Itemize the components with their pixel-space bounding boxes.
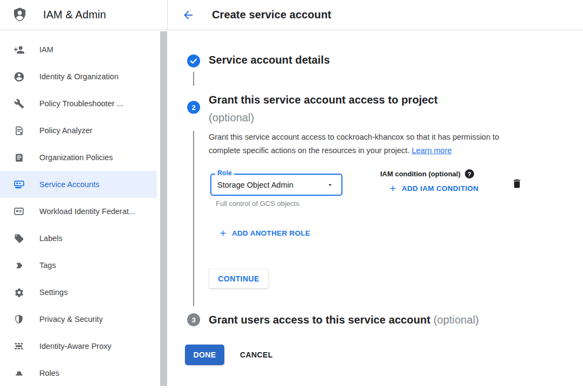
step2-number-badge: 2 — [187, 101, 200, 114]
main-content: Create service account Service account d… — [168, 0, 583, 392]
half-shield-icon — [13, 313, 25, 325]
sidebar-item-label: Roles — [39, 369, 59, 377]
sidebar-item-label: Privacy & Security — [39, 315, 103, 324]
role-select[interactable]: Role Storage Object Admin — [210, 174, 342, 196]
sidebar-item-policy-analyzer[interactable]: Policy Analyzer — [0, 117, 157, 144]
account-circle-icon — [13, 71, 25, 82]
sidebar-header: IAM & Admin — [0, 0, 168, 30]
chevron-down-icon — [326, 181, 334, 189]
role-selected-value: Storage Object Admin — [217, 181, 326, 189]
sidebar: IAM & Admin IAM Identity & Organization … — [0, 0, 168, 392]
iam-condition-label: IAM condition (optional) — [380, 170, 461, 178]
sidebar-item-identity-aware-proxy[interactable]: Identity-Aware Proxy — [0, 333, 157, 360]
step3-title: Grant users access to this service accou… — [209, 314, 430, 326]
shield-person-icon — [11, 6, 28, 23]
step3-number: 3 — [191, 316, 195, 324]
sidebar-scrollbar[interactable] — [160, 31, 167, 386]
gear-icon — [13, 286, 25, 298]
sidebar-item-organization-policies[interactable]: Organization Policies — [0, 144, 157, 171]
sidebar-item-label: Settings — [39, 288, 67, 297]
tag-arrow-icon — [13, 259, 25, 271]
sidebar-item-labels[interactable]: Labels — [0, 225, 157, 252]
role-helper-text: Full control of GCS objects. — [216, 200, 301, 208]
step3-number-badge: 3 — [187, 313, 200, 326]
step-connector — [193, 72, 194, 86]
add-iam-condition-button[interactable]: ADD IAM CONDITION — [388, 184, 478, 193]
check-circle-icon — [187, 54, 200, 70]
continue-button[interactable]: CONTINUE — [209, 269, 269, 288]
plus-icon — [218, 229, 228, 238]
sidebar-item-privacy-security[interactable]: Privacy & Security — [0, 306, 157, 333]
add-iam-condition-label: ADD IAM CONDITION — [402, 184, 478, 192]
done-label: DONE — [193, 350, 216, 359]
step2-description: Grant this service account access to coc… — [209, 130, 532, 157]
step3-optional: (optional) — [434, 314, 479, 326]
trash-icon[interactable] — [511, 178, 523, 189]
sidebar-item-policy-troubleshooter[interactable]: Policy Troubleshooter ... — [0, 90, 157, 117]
proxy-grid-icon — [13, 340, 25, 352]
sidebar-item-label: Workload Identity Federat... — [39, 207, 135, 216]
add-another-role-label: ADD ANOTHER ROLE — [232, 229, 310, 237]
cancel-button[interactable]: CANCEL — [232, 345, 280, 365]
continue-label: CONTINUE — [218, 274, 259, 283]
sidebar-menu: IAM Identity & Organization Policy Troub… — [0, 30, 168, 387]
wrench-icon — [13, 98, 25, 109]
role-field-wrapper: Role Storage Object Admin — [210, 174, 342, 196]
sidebar-item-roles[interactable]: Roles — [0, 360, 157, 387]
sidebar-item-iam[interactable]: IAM — [0, 36, 157, 63]
service-account-badge-icon — [13, 178, 25, 190]
sidebar-item-identity-organization[interactable]: Identity & Organization — [0, 63, 157, 90]
sidebar-item-label: IAM — [39, 45, 53, 54]
add-another-role-button[interactable]: ADD ANOTHER ROLE — [218, 229, 310, 238]
sidebar-item-tags[interactable]: Tags — [0, 252, 157, 279]
arrow-back-icon — [182, 9, 195, 22]
person-add-icon — [13, 44, 25, 56]
description-text: Grant this service account access to coc… — [209, 133, 499, 155]
plus-icon — [388, 184, 397, 193]
role-field-label: Role — [215, 169, 234, 177]
question-mark-icon[interactable]: ? — [465, 169, 474, 178]
hat-icon — [13, 367, 25, 379]
id-card-icon — [13, 205, 25, 217]
step2-title: Grant this service account access to pro… — [209, 94, 438, 106]
step2-heading: Grant this service account access to pro… — [209, 91, 522, 127]
sidebar-item-label: Labels — [39, 234, 63, 243]
sidebar-item-label: Identity & Organization — [39, 72, 119, 81]
learn-more-link[interactable]: Learn more — [411, 146, 451, 155]
step2-optional: (optional) — [209, 112, 254, 123]
document-gear-icon — [13, 125, 25, 136]
page-title: Create service account — [212, 9, 331, 21]
cancel-label: CANCEL — [240, 350, 273, 359]
sidebar-item-label: Identity-Aware Proxy — [39, 342, 112, 350]
app-title: IAM & Admin — [43, 9, 106, 21]
step-connector — [193, 131, 194, 306]
back-button[interactable] — [181, 8, 196, 23]
step1-title: Service account details — [209, 54, 330, 66]
sidebar-item-label: Policy Analyzer — [39, 126, 92, 135]
sidebar-item-settings[interactable]: Settings — [0, 279, 157, 306]
label-tag-icon — [13, 232, 25, 244]
main-header: Create service account — [168, 0, 583, 30]
step2-number: 2 — [191, 104, 195, 112]
step3-heading: Grant users access to this service accou… — [209, 314, 479, 326]
sidebar-item-service-accounts[interactable]: Service Accounts — [0, 171, 157, 198]
sidebar-item-workload-identity-federation[interactable]: Workload Identity Federat... — [0, 198, 157, 225]
sidebar-item-label: Service Accounts — [39, 180, 99, 189]
done-button[interactable]: DONE — [185, 345, 224, 365]
sidebar-item-label: Tags — [39, 261, 56, 270]
sidebar-item-label: Organization Policies — [39, 153, 113, 162]
iam-condition-label-row: IAM condition (optional) ? — [380, 169, 474, 178]
document-lines-icon — [13, 152, 25, 163]
sidebar-item-label: Policy Troubleshooter ... — [39, 99, 124, 108]
